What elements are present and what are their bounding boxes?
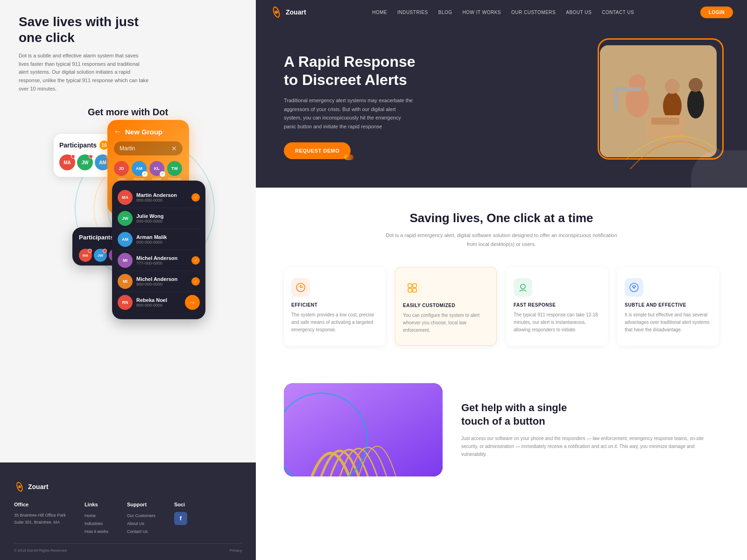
get-help-image	[284, 383, 443, 476]
get-help-description: Just access our software on your phone a…	[461, 434, 719, 458]
feature-customized: EASILY CUSTOMIZED You can configure the …	[395, 267, 497, 346]
footer-copyright: © 2019 Dot All Rights Reserved	[14, 548, 67, 553]
left-panel: Save lives with just one click Dot is a …	[0, 0, 256, 560]
footer-privacy: Privacy	[230, 548, 242, 553]
svg-point-10	[665, 79, 680, 94]
feature-efficient-desc: The system provides a low cost, precise …	[291, 311, 378, 334]
feature-fast-title: FAST RESPONSE	[514, 302, 600, 308]
svg-rect-18	[408, 288, 412, 292]
svg-rect-14	[651, 118, 679, 125]
contact-check-martin: ✓	[191, 193, 200, 202]
nav-blog[interactable]: BLOG	[438, 10, 452, 15]
footer-support-contact[interactable]: Contact Us	[127, 528, 155, 536]
right-panel: Zouart HOME INDUSTRIES BLOG HOW IT WORKS…	[256, 0, 747, 560]
login-button[interactable]: LOGIN	[700, 7, 733, 18]
avatar-1: MA	[59, 154, 75, 170]
footer-office-title: Office	[14, 502, 66, 507]
feature-subtle: SUBTLE AND EFFECTIVE It is simple but ef…	[617, 267, 719, 346]
contact-avatar-michel2: MI	[118, 274, 133, 289]
nav-home[interactable]: HOME	[372, 10, 387, 15]
ng-avatar-thomas: TW	[167, 161, 182, 176]
footer-office-col: Office 35 Braintree Hill Office ParkSuit…	[14, 502, 66, 536]
feature-fast: FAST RESPONSE The typical 911 response c…	[506, 267, 608, 346]
hero-content: A Rapid Response to Discreet Alerts Trad…	[284, 53, 416, 159]
contact-avatar-arman: AM	[118, 232, 133, 247]
nav-how-it-works[interactable]: HOW IT WORKS	[463, 10, 501, 15]
nav-industries[interactable]: INDUSTRIES	[397, 10, 428, 15]
request-demo-button[interactable]: REQUEST DEMO	[284, 142, 351, 159]
nav-logo: Zouart	[270, 6, 306, 19]
footer-logo-left: Zouart	[14, 481, 242, 492]
feature-customized-title: EASILY CUSTOMIZED	[403, 303, 489, 308]
left-headline: Save lives with just one click	[19, 14, 237, 45]
left-description: Dot is a subtle and effective alarm syst…	[19, 52, 149, 93]
saving-description: Dot is a rapid emergency alert, digital …	[385, 231, 618, 248]
nav-logo-icon	[270, 6, 283, 19]
ng-avatar-kellie: KL✓	[149, 161, 164, 176]
fast-icon	[514, 278, 532, 297]
subtle-icon	[625, 278, 643, 297]
svg-rect-7	[614, 87, 642, 91]
svg-rect-8	[614, 92, 618, 111]
svg-point-1	[18, 485, 21, 488]
footer-link-industries[interactable]: Industries	[85, 520, 108, 528]
rebeka-arrow-btn[interactable]: →	[185, 295, 200, 310]
footer-support-title: Support	[127, 502, 155, 507]
new-group-search[interactable]: Martin ✕	[114, 141, 183, 155]
saving-title: Saving lives, One click at a time	[284, 211, 719, 225]
back-arrow-icon[interactable]: ←	[114, 127, 121, 136]
nav-links: HOME INDUSTRIES BLOG HOW IT WORKS OUR CU…	[372, 10, 634, 15]
footer-link-how[interactable]: How it works	[85, 528, 108, 536]
mockups-area: Participants 10 MA JW AM KR ← New Group …	[0, 120, 256, 335]
new-group-title: New Group	[125, 128, 162, 136]
contact-check-michel1: ✓	[191, 256, 200, 265]
contact-avatar-martin: MA	[118, 190, 133, 205]
saving-section: Saving lives, One click at a time Dot is…	[256, 188, 747, 364]
nav-about-us[interactable]: ABOUT US	[566, 10, 592, 15]
svg-point-11	[687, 89, 704, 119]
left-footer: Zouart Office 35 Braintree Hill Office P…	[0, 462, 256, 560]
footer-support-customers[interactable]: Our Customers	[127, 512, 155, 520]
ng-avatar-arman: AM✓	[132, 161, 147, 176]
participants-front-label: Participants	[79, 234, 113, 241]
footer-social-title: Soci	[174, 502, 187, 507]
get-help-title: Get help with a single touch of a button	[461, 401, 719, 428]
footer-links-col: Links Home Industries How it works	[85, 502, 108, 536]
footer-logo-icon	[14, 481, 25, 492]
facebook-icon[interactable]: f	[174, 512, 187, 525]
footer-links-title: Links	[85, 502, 108, 507]
hero-image-area	[584, 38, 724, 169]
features-grid: EFFICIENT The system provides a low cost…	[284, 267, 719, 346]
footer-link-home[interactable]: Home	[85, 512, 108, 520]
hero-section: A Rapid Response to Discreet Alerts Trad…	[256, 24, 747, 188]
search-x-icon: ✕	[171, 145, 177, 152]
nav-our-customers[interactable]: OUR CUSTOMERS	[511, 10, 556, 15]
contact-row-rebeka: RN Rebeka Noel 800-000-0000 →	[118, 292, 200, 313]
nav-contact-us[interactable]: CONTACT US	[602, 10, 634, 15]
get-help-content: Get help with a single touch of a button…	[461, 401, 719, 458]
contact-row-martin-dark: MA Martin Anderson 000-000-0000 ✓	[118, 187, 200, 208]
footer-columns-left: Office 35 Braintree Hill Office ParkSuit…	[14, 502, 242, 536]
hero-title: A Rapid Response to Discreet Alerts	[284, 53, 416, 89]
customized-icon	[403, 279, 422, 297]
feature-subtle-title: SUBTLE AND EFFECTIVE	[625, 302, 712, 308]
svg-point-20	[521, 284, 525, 289]
footer-bottom: © 2019 Dot All Rights Reserved Privacy	[14, 543, 242, 553]
svg-point-3	[275, 11, 278, 14]
footer-support-about[interactable]: About Us	[127, 520, 155, 528]
get-help-section: Get help with a single touch of a button…	[256, 364, 747, 495]
ng-avatar-john: JD	[114, 161, 129, 176]
contact-row-michel1: MI Michel Anderson 777-000-0000 ✓	[118, 250, 200, 271]
navbar: Zouart HOME INDUSTRIES BLOG HOW IT WORKS…	[256, 0, 747, 24]
contact-row-arman-dark: AM Arman Malik 000-000-0000	[118, 229, 200, 250]
avatar-2: JW	[77, 154, 93, 170]
footer-office-address: 35 Braintree Hill Office ParkSuite 301, …	[14, 512, 66, 526]
contact-row-michel2: MI Michel Anderson 900-000-0000 ✓	[118, 271, 200, 292]
svg-rect-19	[413, 288, 416, 292]
get-more-section: Get more with Dot	[0, 102, 256, 120]
footer-support-col: Support Our Customers About Us Contact U…	[127, 502, 155, 536]
contact-avatar-julie: JW	[118, 211, 133, 226]
footer-logo-text: Zouart	[28, 483, 49, 490]
contact-avatar-rebeka: RN	[118, 295, 133, 310]
contact-check-michel2: ✓	[191, 277, 200, 286]
